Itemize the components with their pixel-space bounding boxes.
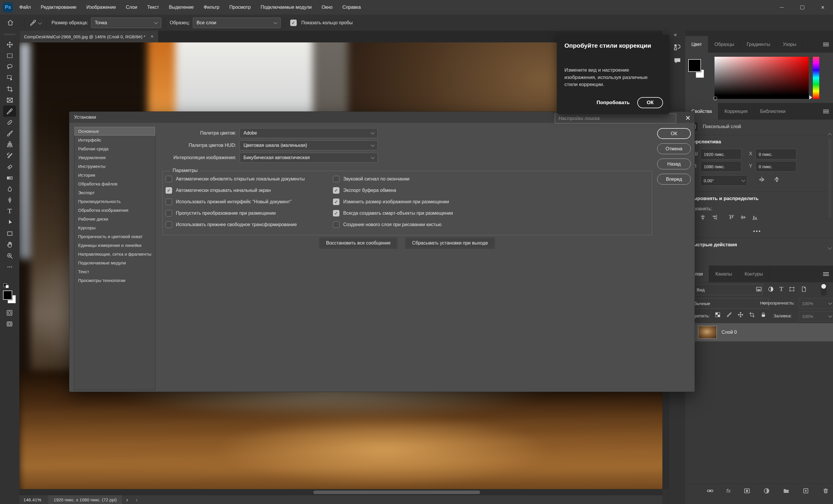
option-checkbox[interactable]: ✓ <box>166 187 172 194</box>
tab-close-icon[interactable]: × <box>151 34 153 40</box>
option-checkbox[interactable] <box>333 176 339 182</box>
angle-field[interactable]: 0,00° <box>700 175 747 186</box>
move-tool[interactable] <box>3 39 16 50</box>
sidebar-item[interactable]: Единицы измерения и линейки <box>74 241 155 249</box>
blend-mode-select[interactable]: Обычные <box>688 298 769 309</box>
filter-adjustment-layers-icon[interactable] <box>767 286 774 292</box>
hue-strip[interactable] <box>813 57 819 99</box>
panel-tab[interactable]: Узоры <box>777 36 803 53</box>
menu-item[interactable]: Слои <box>126 5 137 10</box>
height-field[interactable]: 1080 пикс. <box>700 161 741 172</box>
new-group-icon[interactable] <box>783 487 790 494</box>
scroll-down-icon[interactable] <box>828 245 832 249</box>
path-selection-tool[interactable] <box>3 217 16 228</box>
quick-mask-button[interactable] <box>6 309 13 316</box>
panel-tab[interactable]: Градиенты <box>741 36 777 53</box>
horizontal-scrollbar-thumb[interactable] <box>313 490 480 494</box>
zoom-level[interactable]: 146.41% <box>23 497 41 502</box>
opacity-field[interactable]: 100% <box>799 298 833 309</box>
add-mask-icon[interactable] <box>743 487 751 494</box>
adjustments-panel-icon[interactable] <box>673 43 682 52</box>
menu-item[interactable]: Подключаемые модули <box>261 5 312 10</box>
default-swatches-icon[interactable] <box>3 282 9 288</box>
healing-brush-tool[interactable] <box>3 117 16 128</box>
sidebar-item[interactable]: Направляющие, сетка и фрагменты <box>74 249 155 258</box>
notification-ok-button[interactable]: ОК <box>637 97 663 108</box>
sidebar-item[interactable]: Обработка изображения <box>74 206 155 214</box>
filter-pixel-layers-icon[interactable] <box>756 286 762 292</box>
crop-tool[interactable] <box>3 83 16 95</box>
lock-artboard-icon[interactable] <box>749 312 755 318</box>
brush-tool[interactable] <box>3 128 16 139</box>
x-field[interactable]: 0 пикс. <box>756 149 796 160</box>
filter-type-layers-icon[interactable]: T <box>780 286 783 292</box>
delete-layer-icon[interactable] <box>822 487 829 494</box>
option-checkbox[interactable]: ✓ <box>333 187 339 194</box>
lock-position-icon[interactable] <box>737 312 744 318</box>
sidebar-item[interactable]: Курсоры <box>74 223 155 232</box>
status-chevron-right-icon[interactable]: › <box>126 497 128 503</box>
history-brush-tool[interactable] <box>3 150 16 161</box>
color-marker[interactable] <box>713 97 717 100</box>
option-checkbox[interactable] <box>166 210 172 216</box>
search-input[interactable] <box>555 114 676 123</box>
ok-button[interactable]: ОК <box>657 128 691 139</box>
home-button[interactable] <box>0 19 21 26</box>
horizontal-scrollbar[interactable] <box>19 489 662 495</box>
frame-tool[interactable] <box>3 95 16 105</box>
panel-tab[interactable]: Контуры <box>738 266 769 282</box>
lasso-tool[interactable] <box>3 61 16 72</box>
layer-row[interactable]: Слой 0 <box>685 323 833 341</box>
sidebar-item[interactable]: Прозрачность и цветовой охват <box>74 232 155 241</box>
eraser-tool[interactable] <box>3 161 16 172</box>
status-chevron-left-icon[interactable]: ‹ <box>136 497 138 503</box>
type-tool[interactable]: T <box>3 206 16 217</box>
new-adjustment-layer-icon[interactable] <box>763 487 770 494</box>
option-checkbox[interactable] <box>166 199 172 205</box>
dialog-button[interactable]: Восстановить все сообщения <box>319 238 397 249</box>
tool-preset-eyedropper[interactable] <box>28 19 43 26</box>
shape-tool[interactable] <box>3 228 16 239</box>
layer-thumbnail[interactable] <box>698 326 717 339</box>
width-field[interactable]: 1920 пикс. <box>700 149 741 160</box>
option-checkbox[interactable] <box>166 221 172 228</box>
field-select[interactable]: Цветовая шкала (маленькая) <box>240 140 378 150</box>
menu-item[interactable]: Файл <box>19 5 31 10</box>
menu-item[interactable]: Изображение <box>86 5 116 10</box>
menu-item[interactable]: Окно <box>322 5 332 10</box>
fill-field[interactable]: 100% <box>799 311 833 321</box>
sample-layers-select[interactable]: Все слои <box>193 18 281 28</box>
menu-item[interactable]: Редактирование <box>41 5 76 10</box>
panel-menu-icon[interactable] <box>823 43 829 46</box>
show-ring-checkbox[interactable]: ✓ <box>290 20 297 26</box>
lock-all-icon[interactable] <box>760 312 767 318</box>
comments-panel-icon[interactable] <box>673 56 682 65</box>
panel-tab[interactable]: Каналы <box>709 266 738 282</box>
panel-tab[interactable]: Библиотеки <box>754 103 792 120</box>
option-checkbox[interactable] <box>333 221 339 228</box>
sidebar-item[interactable]: Рабочие диски <box>74 214 155 223</box>
field-select[interactable]: Бикубическая автоматическая <box>240 153 378 163</box>
align-right-icon[interactable] <box>711 214 718 221</box>
flip-horizontal-icon[interactable] <box>758 176 765 184</box>
pen-tool[interactable] <box>3 194 16 206</box>
hand-tool[interactable] <box>3 239 16 250</box>
dialog-action-button[interactable]: Назад <box>657 159 691 169</box>
saturation-field[interactable] <box>714 57 809 99</box>
panel-tab[interactable]: Цвет <box>685 36 708 53</box>
lock-transparency-icon[interactable] <box>714 312 721 318</box>
sidebar-item[interactable]: Обработка файлов <box>74 179 155 188</box>
align-bottom-icon[interactable] <box>752 214 758 221</box>
dialog-button[interactable]: Сбрасывать установки при выходе <box>406 238 495 249</box>
layer-effects-icon[interactable]: fx <box>727 488 731 494</box>
sidebar-item[interactable]: История <box>74 170 155 179</box>
try-button[interactable]: Попробовать <box>597 100 629 105</box>
close-button[interactable]: ✕ <box>812 0 833 15</box>
menu-item[interactable]: Выделение <box>169 5 194 10</box>
link-layers-icon[interactable] <box>707 487 714 494</box>
sidebar-item[interactable]: Производительность <box>74 197 155 206</box>
filter-toggle[interactable] <box>821 284 827 296</box>
menu-item[interactable]: Текст <box>147 5 159 10</box>
sidebar-item[interactable]: Экспорт <box>74 188 155 197</box>
edit-toolbar-button[interactable] <box>3 261 16 272</box>
